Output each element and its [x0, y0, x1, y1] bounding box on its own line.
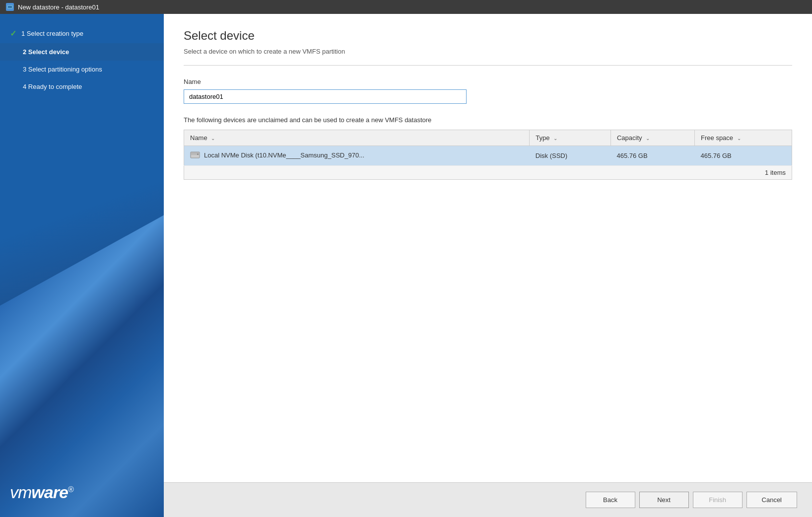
footer-buttons: Back Next Finish Cancel	[164, 482, 812, 517]
name-input[interactable]	[184, 89, 467, 104]
sidebar-step3-label: 3 Select partitioning options	[23, 66, 102, 73]
sidebar-item-step4[interactable]: 4 Ready to complete	[0, 78, 164, 95]
sort-arrow-type: ⌄	[553, 136, 557, 141]
titlebar-icon	[6, 3, 14, 11]
sidebar-step1-label: 1 Select creation type	[21, 30, 83, 37]
table-row[interactable]: Local NVMe Disk (t10.NVMe____Samsung_SSD…	[184, 146, 792, 166]
content-area: Select device Select a device on which t…	[164, 14, 812, 517]
check-icon-step1: ✓	[10, 29, 16, 38]
table-description: The following devices are unclaimed and …	[184, 116, 792, 124]
next-button[interactable]: Next	[639, 492, 689, 508]
svg-rect-4	[197, 153, 199, 155]
page-title: Select device	[184, 29, 792, 43]
page-subtitle: Select a device on which to create a new…	[184, 48, 792, 55]
table-header-row: Name ⌄ Type ⌄ Capacity ⌄ Free space	[184, 130, 792, 146]
sort-arrow-freespace: ⌄	[737, 136, 741, 141]
content-body: Select device Select a device on which t…	[164, 14, 812, 482]
sidebar-item-step1[interactable]: ✓ 1 Select creation type	[0, 24, 164, 43]
cell-device-name: Local NVMe Disk (t10.NVMe____Samsung_SSD…	[184, 146, 530, 166]
cancel-button[interactable]: Cancel	[746, 492, 797, 508]
disk-icon-svg	[190, 151, 200, 159]
titlebar: New datastore - datastore01	[0, 0, 812, 14]
cell-device-freespace: 465.76 GB	[695, 146, 792, 166]
name-field-label: Name	[184, 78, 792, 85]
device-table: Name ⌄ Type ⌄ Capacity ⌄ Free space	[184, 130, 792, 166]
sidebar-step4-label: 4 Ready to complete	[23, 83, 82, 90]
sort-arrow-name: ⌄	[211, 136, 215, 141]
sidebar-item-step3[interactable]: 3 Select partitioning options	[0, 61, 164, 78]
disk-icon: Local NVMe Disk (t10.NVMe____Samsung_SSD…	[190, 151, 364, 159]
sidebar: ✓ 1 Select creation type 2 Select device…	[0, 14, 164, 517]
finish-button: Finish	[693, 492, 743, 508]
vmware-logo: vmware®	[10, 483, 73, 502]
col-header-freespace[interactable]: Free space ⌄	[695, 130, 792, 146]
col-header-capacity[interactable]: Capacity ⌄	[610, 130, 694, 146]
cell-device-capacity: 465.76 GB	[610, 146, 694, 166]
sidebar-step2-label: 2 Select device	[23, 48, 69, 56]
main-container: ✓ 1 Select creation type 2 Select device…	[0, 14, 812, 517]
cell-device-type: Disk (SSD)	[530, 146, 611, 166]
col-header-type[interactable]: Type ⌄	[530, 130, 611, 146]
sidebar-nav: ✓ 1 Select creation type 2 Select device…	[0, 14, 164, 105]
svg-rect-1	[8, 6, 12, 8]
divider	[184, 65, 792, 66]
sort-arrow-capacity: ⌄	[646, 136, 650, 141]
col-header-name[interactable]: Name ⌄	[184, 130, 530, 146]
table-footer: 1 items	[184, 166, 792, 180]
back-button[interactable]: Back	[586, 492, 635, 508]
titlebar-title: New datastore - datastore01	[18, 3, 99, 11]
sidebar-item-step2[interactable]: 2 Select device	[0, 43, 164, 61]
